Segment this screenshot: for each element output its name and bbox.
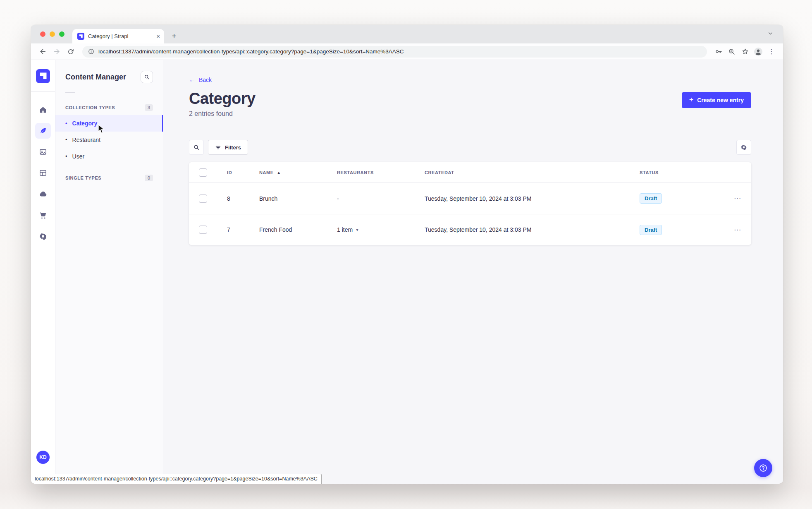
create-new-entry-label: Create new entry bbox=[697, 97, 744, 103]
entries-table: ID NAME ▲ RESTAURANTS CREATEDAT STATUS 8 bbox=[189, 162, 751, 245]
cell-name: Brunch bbox=[259, 195, 337, 202]
table-row[interactable]: 7 French Food 1 item ▾ Tuesday, Septembe… bbox=[189, 214, 751, 245]
question-mark-icon bbox=[759, 463, 768, 473]
nav-media-library-icon[interactable] bbox=[35, 144, 51, 160]
row-actions-menu-icon[interactable]: ⋯ bbox=[718, 226, 741, 234]
collection-types-section-header: COLLECTION TYPES 3 bbox=[55, 100, 163, 115]
section-label: COLLECTION TYPES bbox=[65, 105, 115, 110]
col-header-name[interactable]: NAME ▲ bbox=[259, 170, 337, 175]
tab-search-chevron-icon[interactable] bbox=[768, 31, 773, 36]
subnav-item-user[interactable]: • User bbox=[55, 148, 163, 165]
nav-home-icon[interactable] bbox=[35, 102, 51, 118]
col-header-restaurants[interactable]: RESTAURANTS bbox=[337, 170, 425, 175]
subnav-search-button[interactable] bbox=[141, 71, 153, 83]
nav-content-type-builder-icon[interactable] bbox=[35, 165, 51, 181]
filters-button[interactable]: Filters bbox=[208, 140, 248, 155]
url-text: localhost:1337/admin/content-manager/col… bbox=[98, 48, 404, 55]
nav-content-manager-icon[interactable] bbox=[35, 123, 51, 139]
filters-label: Filters bbox=[225, 144, 241, 151]
forward-icon[interactable] bbox=[51, 46, 62, 58]
chevron-down-icon: ▾ bbox=[356, 227, 358, 233]
bookmark-star-icon[interactable] bbox=[739, 46, 751, 58]
back-icon[interactable] bbox=[37, 46, 48, 58]
subnav-item-category[interactable]: • Category bbox=[55, 115, 163, 132]
bullet-icon: • bbox=[65, 137, 67, 142]
col-header-id[interactable]: ID bbox=[227, 170, 259, 175]
maximize-window-button[interactable] bbox=[59, 31, 64, 37]
filter-icon bbox=[215, 144, 221, 151]
browser-tab[interactable]: Category | Strapi × bbox=[72, 29, 164, 43]
browser-window: Category | Strapi × + localhost:1337/adm… bbox=[31, 25, 783, 484]
strapi-app: KD Content Manager COLLECTION TYPES 3 • … bbox=[31, 60, 783, 484]
main-content: ← Back Category 2 entries found + Create… bbox=[163, 60, 783, 484]
row-checkbox[interactable] bbox=[199, 194, 207, 203]
help-button[interactable] bbox=[754, 459, 772, 477]
profile-avatar-icon[interactable] bbox=[752, 46, 764, 58]
single-types-section-header: SINGLE TYPES 0 bbox=[55, 170, 163, 185]
window-controls bbox=[40, 31, 64, 37]
select-all-checkbox[interactable] bbox=[199, 168, 207, 177]
zoom-search-icon[interactable] bbox=[726, 46, 738, 58]
link-status-bar: localhost:1337/admin/content-manager/col… bbox=[31, 474, 322, 484]
toolbar-right-icons: ⋮ bbox=[713, 46, 777, 58]
section-label: SINGLE TYPES bbox=[65, 175, 101, 180]
status-badge: Draft bbox=[640, 193, 662, 204]
address-bar[interactable]: localhost:1337/admin/content-manager/col… bbox=[82, 46, 707, 58]
passwords-key-icon[interactable] bbox=[713, 46, 724, 58]
subnav-item-label: Restaurant bbox=[72, 137, 100, 143]
cell-createdat: Tuesday, September 10, 2024 at 3:03 PM bbox=[425, 226, 640, 233]
nav-marketplace-cart-icon[interactable] bbox=[35, 207, 51, 223]
main-nav-rail: KD bbox=[31, 60, 55, 484]
subnav-divider bbox=[65, 92, 75, 93]
section-count-badge: 0 bbox=[145, 175, 153, 181]
table-row[interactable]: 8 Brunch - Tuesday, September 10, 2024 a… bbox=[189, 183, 751, 214]
cell-name: French Food bbox=[259, 226, 337, 233]
sort-ascending-icon: ▲ bbox=[277, 170, 281, 175]
status-badge: Draft bbox=[640, 225, 662, 235]
create-new-entry-button[interactable]: + Create new entry bbox=[682, 92, 751, 108]
list-action-bar: Filters bbox=[189, 140, 751, 155]
cell-restaurants[interactable]: 1 item ▾ bbox=[337, 226, 425, 233]
entries-count: 2 entries found bbox=[189, 110, 256, 118]
subnav-item-restaurant[interactable]: • Restaurant bbox=[55, 132, 163, 148]
subnav-item-label: User bbox=[72, 153, 85, 160]
row-actions-menu-icon[interactable]: ⋯ bbox=[718, 194, 741, 203]
minimize-window-button[interactable] bbox=[50, 31, 55, 37]
back-link[interactable]: ← Back bbox=[189, 77, 212, 83]
bullet-icon: • bbox=[65, 120, 67, 126]
col-header-createdat[interactable]: CREATEDAT bbox=[425, 170, 640, 175]
page-title: Category bbox=[189, 90, 256, 108]
back-label: Back bbox=[199, 77, 212, 83]
view-settings-gear-button[interactable] bbox=[736, 140, 751, 155]
cell-id: 8 bbox=[227, 195, 259, 202]
close-window-button[interactable] bbox=[40, 31, 45, 37]
nav-settings-gear-icon[interactable] bbox=[35, 228, 51, 244]
cell-id: 7 bbox=[227, 226, 259, 233]
user-avatar[interactable]: KD bbox=[36, 451, 50, 464]
cell-restaurants: - bbox=[337, 195, 425, 202]
new-tab-button[interactable]: + bbox=[168, 30, 180, 42]
tab-title: Category | Strapi bbox=[88, 33, 153, 39]
rail-divider bbox=[31, 91, 55, 92]
strapi-logo[interactable] bbox=[36, 69, 50, 83]
bullet-icon: • bbox=[65, 154, 67, 159]
cell-createdat: Tuesday, September 10, 2024 at 3:03 PM bbox=[425, 195, 640, 202]
tab-close-icon[interactable]: × bbox=[156, 33, 160, 39]
back-arrow-icon: ← bbox=[189, 77, 196, 83]
subnav-title: Content Manager bbox=[65, 73, 126, 82]
strapi-favicon-icon bbox=[77, 33, 84, 40]
subnav-item-label: Category bbox=[72, 120, 98, 127]
col-header-status[interactable]: STATUS bbox=[640, 170, 718, 175]
row-checkbox[interactable] bbox=[199, 226, 207, 234]
content-manager-subnav: Content Manager COLLECTION TYPES 3 • Cat… bbox=[55, 60, 163, 484]
browser-toolbar: localhost:1337/admin/content-manager/col… bbox=[31, 43, 783, 60]
section-count-badge: 3 bbox=[145, 104, 153, 111]
nav-deploy-cloud-icon[interactable] bbox=[35, 186, 51, 202]
table-header-row: ID NAME ▲ RESTAURANTS CREATEDAT STATUS bbox=[189, 162, 751, 183]
site-info-icon[interactable] bbox=[88, 48, 94, 55]
browser-tab-strip: Category | Strapi × + bbox=[31, 25, 783, 43]
search-button[interactable] bbox=[189, 140, 204, 155]
reload-icon[interactable] bbox=[65, 46, 76, 58]
plus-icon: + bbox=[689, 96, 694, 103]
browser-menu-kebab-icon[interactable]: ⋮ bbox=[766, 48, 777, 55]
